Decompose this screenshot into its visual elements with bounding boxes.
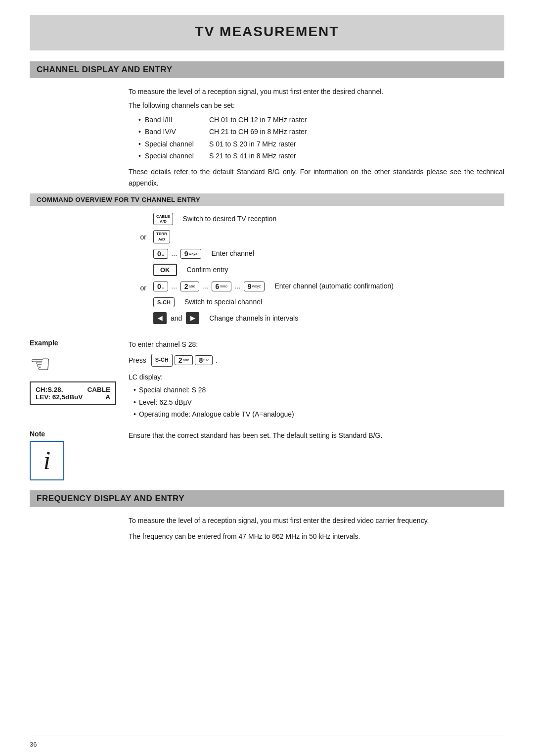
sch-button-2[interactable]: S-CH	[151, 354, 173, 367]
channel-intro1: To measure the level of a reception sign…	[129, 86, 504, 97]
frequency-section: FREQUENCY DISPLAY AND ENTRY To measure t…	[30, 490, 504, 542]
sch-button-1[interactable]: S-CH	[153, 297, 175, 307]
bullet-col1-1: Band I/III	[145, 114, 209, 125]
command-area: CABLE A/D Switch to desired TV reception…	[129, 213, 504, 329]
cmd-btns-4: OK Confirm entry	[153, 264, 504, 276]
cmd-btns-3: 0 ␣ … 9 wxyz Enter channel	[153, 248, 504, 259]
lc-display-label: LC display:	[129, 372, 504, 382]
dots-3: …	[202, 283, 209, 290]
dots-1: …	[171, 250, 178, 257]
cmd-btns-inner-7: ◀ and ▶ Change channels in intervals	[153, 312, 298, 324]
cmd-btns-inner-2: TERRA/D	[153, 230, 170, 243]
lcd-display: CH:S.28. CABLE LEV: 62,5dBuV A	[30, 381, 116, 405]
cmd-btns-7: ◀ and ▶ Change channels in intervals	[153, 312, 504, 324]
bottom-line	[30, 736, 504, 736]
lc-bullet-3: Operating mode: Analogue cable TV (A=ana…	[134, 409, 504, 420]
lc-bullet-2: Level: 62.5 dBµV	[134, 397, 504, 408]
number-6-button[interactable]: 6 mno	[212, 282, 231, 291]
bullet-col2-1: CH 01 to CH 12 in 7 MHz raster	[209, 114, 504, 125]
number-2-button[interactable]: 2 abc	[180, 282, 199, 291]
and-label: and	[171, 314, 182, 322]
lc-bullet-1: Special channel: S 28	[134, 384, 504, 395]
cmd-btns-1: CABLE A/D Switch to desired TV reception	[153, 213, 504, 225]
cmd-btns-inner-6: S-CH Switch to special channel	[153, 297, 262, 307]
channel-intro2: The following channels can be set:	[129, 100, 504, 111]
command-section-header: COMMAND OVERVIEW FOR TV CHANNEL ENTRY	[30, 193, 504, 206]
example-area: Example ☜ CH:S.28. CABLE LEV: 62,5dBuV A…	[30, 339, 504, 421]
press-row: Press S-CH 2 abc 8 tuv .	[129, 354, 504, 367]
number-9-button-1[interactable]: 9 wxyz	[180, 249, 202, 259]
cmd-desc-4: Confirm entry	[187, 265, 228, 275]
cmd-desc-7: Change channels in intervals	[209, 313, 298, 324]
lcd-ch: CH:S.28.	[36, 386, 63, 393]
cmd-row-1: CABLE A/D Switch to desired TV reception	[129, 213, 504, 225]
channel-section-content: To measure the level of a reception sign…	[129, 86, 504, 189]
ok-button[interactable]: OK	[153, 264, 177, 276]
frequency-text2: The frequency can be entered from 47 MHz…	[129, 531, 504, 542]
cable-bot-label: A/D	[156, 219, 170, 224]
example-left: Example ☜ CH:S.28. CABLE LEV: 62,5dBuV A	[30, 339, 129, 421]
cmd-btns-inner-4: OK Confirm entry	[153, 264, 228, 276]
example-to-enter: To enter channel S 28:	[129, 339, 504, 350]
cmd-btns-inner-1: CABLE A/D Switch to desired TV reception	[153, 213, 276, 225]
cmd-row-2: or TERRA/D	[129, 230, 504, 243]
cmd-or-2: or	[129, 230, 153, 241]
note-left: Note i	[30, 430, 129, 480]
note-area: Note i Ensure that the correct standard …	[30, 430, 504, 480]
bullet-col2-4: S 21 to S 41 in 8 MHz raster	[209, 150, 504, 161]
cmd-btns-6: S-CH Switch to special channel	[153, 297, 504, 307]
channel-note-para: These details refer to the default Stand…	[129, 166, 504, 189]
lcd-row1: CH:S.28. CABLE	[36, 386, 110, 393]
arrow-left-button[interactable]: ◀	[153, 312, 167, 324]
cmd-row-3: 0 ␣ … 9 wxyz Enter channel	[129, 248, 504, 259]
cmd-desc-3: Enter channel	[211, 248, 254, 259]
cmd-row-4: OK Confirm entry	[129, 264, 504, 276]
bullet-col1-3: Special channel	[145, 139, 209, 149]
cmd-btns-2: TERRA/D	[153, 230, 504, 243]
cmd-btns-inner-5: 0 ␣ … 2 abc … 6 mno … 9	[153, 281, 394, 291]
main-title: TV MEASUREMENT	[30, 15, 504, 50]
frequency-section-header: FREQUENCY DISPLAY AND ENTRY	[30, 490, 504, 507]
channel-bullet-list: Band I/III CH 01 to CH 12 in 7 MHz raste…	[138, 114, 504, 162]
press-2abc[interactable]: 2 abc	[175, 355, 193, 365]
lcd-mode: A	[105, 393, 110, 401]
page-container: TV MEASUREMENT CHANNEL DISPLAY AND ENTRY…	[0, 0, 534, 756]
example-label: Example	[30, 339, 129, 347]
frequency-text1: To measure the level of a reception sign…	[129, 515, 504, 526]
cmd-row-5: or 0 ␣ … 2 abc … 6 mno	[129, 281, 504, 292]
bullet-col1-2: Band IV/V	[145, 126, 209, 137]
press-8tuv[interactable]: 8 tuv	[195, 355, 212, 365]
bullet-col1-4: Special channel	[145, 150, 209, 161]
cable-ad-button[interactable]: CABLE A/D	[153, 213, 173, 225]
cmd-or-4	[129, 264, 153, 267]
cable-top-label: CABLE	[156, 214, 170, 219]
lcd-cable: CABLE	[88, 386, 111, 393]
number-0-button-2[interactable]: 0 ␣	[153, 282, 168, 291]
terr-ad-button[interactable]: TERRA/D	[153, 230, 170, 243]
note-icon-box: i	[30, 441, 64, 480]
hand-icon: ☜	[30, 350, 129, 378]
cmd-or-1	[129, 213, 153, 216]
note-right: Ensure that the correct standard has bee…	[129, 430, 504, 480]
bullet-item-3: Special channel S 01 to S 20 in 7 MHz ra…	[138, 139, 504, 149]
cmd-btns-5: 0 ␣ … 2 abc … 6 mno … 9	[153, 281, 504, 291]
cmd-desc-1: Switch to desired TV reception	[183, 214, 277, 224]
cmd-or-5: or	[129, 281, 153, 292]
arrow-right-button[interactable]: ▶	[186, 312, 199, 324]
cmd-or-3	[129, 248, 153, 251]
cmd-row-7: ◀ and ▶ Change channels in intervals	[129, 312, 504, 324]
cmd-or-7	[129, 312, 153, 315]
cmd-desc-5: Enter channel (automatic confirmation)	[274, 281, 393, 291]
frequency-text: To measure the level of a reception sign…	[129, 515, 504, 542]
example-right: To enter channel S 28: Press S-CH 2 abc …	[129, 339, 504, 421]
number-0-button-1[interactable]: 0 ␣	[153, 249, 168, 259]
cmd-row-6: S-CH Switch to special channel	[129, 297, 504, 307]
cmd-desc-6: Switch to special channel	[184, 297, 262, 307]
page-number: 36	[30, 741, 37, 748]
bullet-item-4: Special channel S 21 to S 41 in 8 MHz ra…	[138, 150, 504, 161]
cmd-btns-inner-3: 0 ␣ … 9 wxyz Enter channel	[153, 248, 254, 259]
dots-2: …	[171, 283, 178, 290]
channel-section-header: CHANNEL DISPLAY AND ENTRY	[30, 61, 504, 78]
press-end: .	[216, 355, 218, 366]
number-9-button-2[interactable]: 9 wxyz	[244, 282, 265, 291]
